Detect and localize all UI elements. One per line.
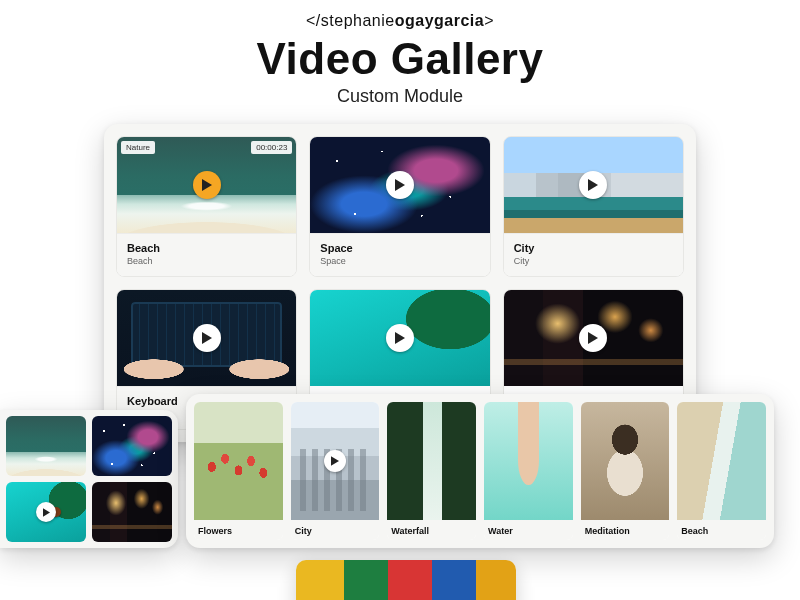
strip-card[interactable]: Meditation [581,402,670,540]
play-icon[interactable] [324,450,346,472]
video-meta: SpaceSpace [310,233,489,276]
video-thumbnail[interactable]: Nature00:00:23 [117,137,296,233]
strip-label: Beach [677,520,766,540]
play-icon[interactable] [36,502,56,522]
video-thumbnail[interactable] [194,402,283,520]
svg-marker-7 [331,456,339,466]
thumbnail-image [484,402,573,520]
video-thumbnail[interactable] [677,402,766,520]
video-thumbnail[interactable] [387,402,476,520]
strip-card[interactable]: Water [484,402,573,540]
video-category: Space [320,256,479,266]
svg-marker-3 [202,332,212,344]
svg-marker-4 [395,332,405,344]
stray-thumbnail [296,560,516,600]
video-title: City [514,242,673,254]
strip-label: Waterfall [387,520,476,540]
strip-card[interactable]: Beach [677,402,766,540]
logo-prefix: </ [306,12,321,29]
video-thumbnail[interactable] [117,290,296,386]
play-icon[interactable] [579,171,607,199]
thumbnail-image [194,402,283,520]
thumbnail-image [92,416,172,476]
video-meta: BeachBeach [117,233,296,276]
logo-suffix: > [484,12,494,29]
video-card[interactable]: Nature00:00:23BeachBeach [116,136,297,277]
video-thumbnail[interactable] [581,402,670,520]
strip-card[interactable]: Waterfall [387,402,476,540]
video-category: Beach [127,256,286,266]
brand-logo: </stephanieogaygarcia> [306,12,494,30]
play-icon[interactable] [193,324,221,352]
video-thumbnail[interactable] [310,137,489,233]
page-subtitle: Custom Module [337,86,463,107]
page-title: Video Gallery [257,34,544,84]
video-category: City [514,256,673,266]
play-icon[interactable] [386,171,414,199]
play-icon[interactable] [386,324,414,352]
video-card[interactable]: CityCity [503,136,684,277]
thumbnail-image [387,402,476,520]
video-thumbnail[interactable] [504,290,683,386]
duration-chip: 00:00:23 [251,141,292,154]
play-icon[interactable] [193,171,221,199]
strip-label: Flowers [194,520,283,540]
video-title: Space [320,242,479,254]
mini-thumbnail[interactable] [92,416,172,476]
thumbnail-image [92,482,172,542]
video-meta: CityCity [504,233,683,276]
strip-card[interactable]: Flowers [194,402,283,540]
video-thumbnail[interactable] [291,402,380,520]
thumbnail-image [581,402,670,520]
svg-marker-1 [395,179,405,191]
gallery-panel-left [0,410,178,548]
video-title: Beach [127,242,286,254]
svg-marker-5 [588,332,598,344]
video-thumbnail[interactable] [504,137,683,233]
mini-thumbnail[interactable] [92,482,172,542]
svg-marker-2 [588,179,598,191]
strip-label: City [291,520,380,540]
video-thumbnail[interactable] [484,402,573,520]
svg-marker-0 [202,179,212,191]
logo-last: ogaygarcia [395,12,484,29]
video-thumbnail[interactable] [310,290,489,386]
strip-label: Water [484,520,573,540]
strip-card[interactable]: City [291,402,380,540]
strip-label: Meditation [581,520,670,540]
gallery-panel-strip: FlowersCityWaterfallWaterMeditationBeach [186,394,774,548]
category-chip: Nature [121,141,155,154]
logo-first: stephanie [321,12,395,29]
mini-thumbnail[interactable] [6,416,86,476]
video-card[interactable]: SpaceSpace [309,136,490,277]
play-icon[interactable] [579,324,607,352]
svg-marker-6 [43,508,50,516]
thumbnail-image [6,416,86,476]
thumbnail-image [677,402,766,520]
mini-thumbnail[interactable] [6,482,86,542]
